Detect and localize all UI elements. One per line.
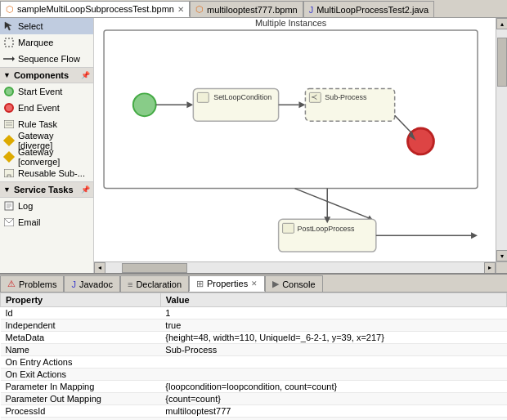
start-event-item[interactable]: Start Event [0, 83, 93, 100]
svg-marker-2 [12, 56, 15, 61]
svg-text:Multiple Instances: Multiple Instances [255, 18, 327, 28]
table-row: Parameter Out Mapping{count=count} [1, 393, 507, 405]
gateway-diverge-item[interactable]: Gateway [diverge] [0, 132, 93, 149]
bottom-tab-properties[interactable]: ⊞ Properties ✕ [189, 275, 265, 292]
components-header-label: Components [14, 70, 69, 80]
properties-icon: ⊞ [196, 279, 204, 289]
service-tasks-header-label: Service Tasks [14, 185, 74, 194]
marquee-tool[interactable]: Marquee [0, 34, 93, 51]
end-event-item[interactable]: End Event [0, 100, 93, 116]
svg-rect-19 [197, 92, 209, 102]
value-cell: {count=count} [160, 393, 506, 405]
svg-line-30 [295, 189, 372, 220]
v-scroll-thumb[interactable] [497, 38, 507, 87]
tab-2[interactable]: J MultiLoopProcessTest2.java [303, 1, 434, 17]
log-item[interactable]: Log [0, 198, 93, 214]
components-section-header[interactable]: ▼ Components 📌 [0, 67, 93, 83]
table-row: On Exit Actions [1, 369, 507, 381]
console-label: Console [282, 279, 315, 289]
properties-label: Properties [207, 279, 248, 288]
sequence-flow-tool[interactable]: Sequence Flow [0, 51, 93, 67]
gateway-converge-item[interactable]: Gateway [converge] [0, 149, 93, 165]
main-layout: Select Marquee Sequence Flow ▼ Component… [0, 18, 507, 273]
property-cell: Name [1, 344, 161, 356]
svg-text:≺: ≺ [311, 92, 317, 101]
tab-2-icon: J [309, 5, 314, 15]
table-row: Parameter In Mapping{loopcondition=loopc… [1, 381, 507, 393]
svg-rect-0 [5, 38, 13, 47]
svg-marker-36 [471, 232, 478, 239]
tab-0[interactable]: ⬡ sampleMultiLoopSubprocessTest.bpmn ✕ [0, 1, 190, 17]
components-arrow: ▼ [3, 71, 11, 79]
svg-text:PostLoopProcess: PostLoopProcess [297, 225, 355, 233]
scroll-down-btn[interactable]: ▾ [496, 250, 508, 261]
bottom-tab-problems[interactable]: ⚠ Problems [0, 275, 64, 292]
rule-task-item[interactable]: Rule Task [0, 116, 93, 132]
problems-icon: ⚠ [7, 279, 16, 289]
rule-task-icon [3, 118, 15, 130]
select-tool[interactable]: Select [0, 18, 93, 34]
svg-text:SetLoopCondition: SetLoopCondition [213, 93, 271, 101]
h-scrollbar[interactable]: ◂ ▸ [94, 261, 496, 273]
start-event-icon [3, 86, 15, 97]
h-scroll-thumb[interactable] [122, 263, 187, 273]
service-tasks-arrow: ▼ [3, 185, 11, 194]
value-col-header: Value [160, 293, 506, 307]
value-cell: Sub-Process [160, 344, 506, 356]
svg-text:Sub-Process: Sub-Process [325, 93, 367, 101]
console-icon: ▶ [272, 279, 279, 289]
tab-1-icon: ⬡ [195, 4, 204, 15]
gateway-diverge-icon [3, 135, 15, 146]
property-col-header: Property [1, 293, 161, 307]
components-pin[interactable]: 📌 [81, 71, 90, 79]
scroll-left-btn[interactable]: ◂ [94, 262, 105, 274]
select-icon [3, 20, 15, 32]
end-event-icon [3, 102, 15, 114]
marquee-label: Marquee [18, 38, 53, 47]
problems-label: Problems [19, 279, 56, 289]
v-scrollbar[interactable]: ▴ ▾ [496, 18, 507, 261]
log-icon [3, 200, 15, 212]
reusable-sub-icon [3, 168, 15, 179]
javadoc-label: Javadoc [79, 279, 113, 289]
email-item[interactable]: Email [0, 214, 93, 230]
property-cell: MetaData [1, 332, 161, 344]
top-tab-bar: ⬡ sampleMultiLoopSubprocessTest.bpmn ✕ ⬡… [0, 0, 507, 18]
scroll-right-btn[interactable]: ▸ [484, 262, 496, 274]
tab-2-label: MultiLoopProcessTest2.java [316, 5, 428, 15]
value-cell: true [160, 319, 506, 332]
log-label: Log [18, 201, 33, 211]
bottom-tab-console[interactable]: ▶ Console [265, 275, 322, 292]
service-tasks-section-header[interactable]: ▼ Service Tasks 📌 [0, 181, 93, 198]
value-cell: {height=48, width=110, UniqueId=_6-2-1, … [160, 332, 506, 344]
bottom-tab-declaration[interactable]: ≡ Declaration [120, 275, 189, 292]
svg-rect-33 [283, 223, 294, 233]
email-label: Email [18, 217, 41, 227]
properties-close[interactable]: ✕ [251, 279, 258, 288]
table-row: On Entry Actions [1, 356, 507, 369]
scroll-up-btn[interactable]: ▴ [496, 18, 508, 29]
canvas-area[interactable]: Multiple Instances SetLoopCondition ≺ Su… [94, 18, 507, 273]
tab-0-label: sampleMultiLoopSubprocessTest.bpmn [17, 4, 174, 14]
svg-rect-7 [7, 175, 11, 177]
tab-0-close[interactable]: ✕ [177, 5, 184, 14]
table-row: NameSub-Process [1, 344, 507, 356]
table-row: ProcessIdmultilooptest777 [1, 405, 507, 418]
property-cell: On Entry Actions [1, 356, 161, 369]
javadoc-icon: J [71, 279, 76, 289]
bottom-tab-javadoc[interactable]: J Javadoc [64, 275, 119, 292]
table-row: Timers [1, 418, 507, 421]
svg-marker-17 [186, 101, 193, 108]
reusable-sub-item[interactable]: Reusable Sub-... [0, 165, 93, 181]
property-cell: Parameter In Mapping [1, 381, 161, 393]
sequence-flow-label: Sequence Flow [18, 54, 80, 64]
value-cell [160, 356, 506, 369]
property-cell: On Exit Actions [1, 369, 161, 381]
tab-1[interactable]: ⬡ multilooptest777.bpmn [190, 1, 303, 17]
table-row: Id1 [1, 307, 507, 319]
bottom-tab-bar: ⚠ Problems J Javadoc ≡ Declaration ⊞ Pro… [0, 275, 507, 293]
property-cell: Timers [1, 418, 161, 421]
service-tasks-pin[interactable]: 📌 [81, 185, 90, 194]
property-cell: Parameter Out Mapping [1, 393, 161, 405]
gateway-converge-icon [3, 151, 15, 163]
